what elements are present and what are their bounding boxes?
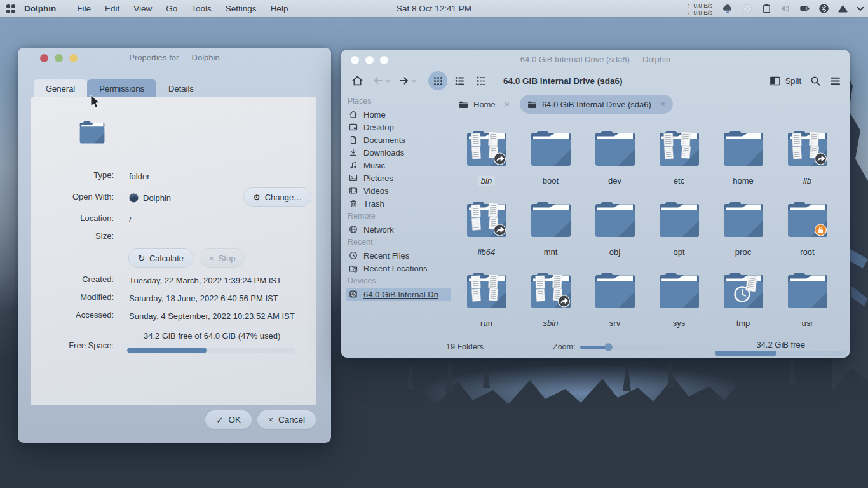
folder-icon [595,202,635,238]
details-view-button[interactable] [471,71,491,90]
folder-boot[interactable]: boot [519,127,583,198]
video-icon [349,186,358,195]
folder-opt[interactable]: opt [647,198,711,269]
menu-view[interactable]: View [126,1,159,16]
stop-button[interactable]: ×Stop [200,249,244,267]
home-button[interactable] [351,75,363,86]
sidebar-item-desktop[interactable]: Desktop [346,121,451,133]
folder-dev[interactable]: dev [583,127,647,198]
tab-64-0-gib-internal-drive-sda6[interactable]: 64.0 GiB Internal Drive (sda6)× [520,95,673,114]
sidebar-item-videos[interactable]: Videos [346,184,451,197]
folder-sbin[interactable]: sbin [519,269,583,341]
sidebar-section-recent: Recent [346,236,451,249]
sidebar-item-music[interactable]: Music [346,159,451,172]
menu-edit[interactable]: Edit [98,1,126,16]
chevron-down-icon[interactable] [857,6,864,11]
tab-permissions[interactable]: Permissions [87,79,156,97]
folder-srv[interactable]: srv [583,269,647,341]
folder-label: obj [606,247,624,257]
folder-lib[interactable]: lib [775,127,839,198]
split-button[interactable]: Split [769,76,801,86]
menu-tools[interactable]: Tools [184,1,219,16]
volume-muted-icon[interactable] [780,3,791,14]
menu-go[interactable]: Go [159,1,184,16]
folder-usr[interactable]: usr [775,269,839,341]
dolphin-titlebar[interactable]: 64.0 GiB Internal Drive (sda6) — Dolphin [341,50,850,70]
back-button[interactable] [372,76,384,86]
forward-button[interactable] [398,76,410,86]
sidebar-item-network[interactable]: Network [346,223,451,236]
calculate-button[interactable]: ↻Calculate [129,249,193,267]
dolphin-tabbar: Home×64.0 GiB Internal Drive (sda6)× [451,95,844,114]
tab-details[interactable]: Details [156,79,206,97]
dolphin-app-icon [129,193,139,203]
folder-tmp[interactable]: tmp [711,269,775,341]
folder-bin[interactable]: bin [454,127,519,198]
bluetooth-icon[interactable] [818,3,829,14]
folder-icon [787,202,828,238]
folder-mnt[interactable]: mnt [519,198,583,269]
modified-value: Saturday, 18 June, 2022 6:40:56 PM IST [129,292,278,304]
folder-label: boot [539,175,562,186]
folder-label: sbin [539,318,562,329]
sidebar-item-downloads[interactable]: Downloads [346,146,451,159]
menu-help[interactable]: Help [264,1,295,16]
net-down-speed: 0.0 B/s [693,9,712,16]
window-title: Properties for — Dolphin [18,53,331,62]
sidebar-item-recent-files[interactable]: Recent Files [346,249,451,262]
media-player-icon[interactable] [742,3,753,14]
folder-etc[interactable]: etc [647,127,711,198]
menu-settings[interactable]: Settings [219,1,264,16]
menu-file[interactable]: File [70,1,98,16]
cancel-button[interactable]: ×Cancel [257,410,316,429]
close-tab-icon[interactable]: × [660,99,665,109]
folder-run[interactable]: run [454,269,519,341]
close-tab-icon[interactable]: × [505,99,510,109]
hamburger-menu-button[interactable] [830,76,841,86]
created-value: Tuesday, 22 March, 2022 1:39:24 PM IST [129,274,281,286]
properties-titlebar[interactable]: Properties for — Dolphin [18,48,331,68]
clipboard-icon[interactable] [761,3,772,14]
network-wireless-icon[interactable] [837,4,848,13]
search-button[interactable] [810,76,821,86]
folder-home[interactable]: home [711,127,775,198]
change-button[interactable]: ⚙Change… [244,188,311,206]
folder-icon [531,202,571,238]
forward-history-chevron-icon[interactable] [411,79,417,83]
folder-obj[interactable]: obj [583,198,647,269]
folder-sys[interactable]: sys [647,269,711,341]
folder-icon [466,131,507,166]
folder-root[interactable]: root [775,198,839,269]
list-view-button[interactable] [450,71,469,90]
back-history-chevron-icon[interactable] [385,79,391,83]
folder-proc[interactable]: proc [711,198,775,269]
zoom-slider-fill [580,346,608,349]
check-icon: ✓ [216,415,223,425]
change-button-label: Change… [265,193,302,202]
zoom-slider-handle[interactable] [605,344,612,351]
sidebar-item-trash[interactable]: Trash [346,197,451,210]
icons-view-button[interactable] [428,71,447,90]
cloud-sync-icon[interactable] [722,3,734,14]
sidebar-item-recent-locations[interactable]: Recent Locations [346,262,451,274]
folder-label: proc [731,247,755,257]
zoom-slider[interactable] [580,346,664,349]
tab-home[interactable]: Home× [451,95,517,114]
sidebar-item-pictures[interactable]: Pictures [346,172,451,184]
tray-icons [722,3,864,14]
ok-button[interactable]: ✓OK [205,410,252,429]
folder-label: lib64 [474,247,499,257]
calculate-button-label: Calculate [149,254,184,263]
tab-general[interactable]: General [34,79,87,97]
sidebar-item-label: Recent Files [363,251,409,261]
sidebar-item-64-0-gib-internal-dri[interactable]: 64.0 GiB Internal Dri [346,288,451,301]
open-with-label: Open With: [31,192,114,203]
folder-icon [79,121,105,144]
folder-lib64[interactable]: lib64 [454,198,519,269]
capacity-fill [715,351,776,356]
network-speed-widget[interactable]: ↑↓ 0.0 B/s0.0 B/s [688,2,712,16]
sidebar-item-home[interactable]: Home [346,108,451,121]
sidebar-item-documents[interactable]: Documents [346,133,451,146]
battery-icon[interactable] [799,3,810,14]
app-launcher-icon[interactable] [5,3,17,15]
